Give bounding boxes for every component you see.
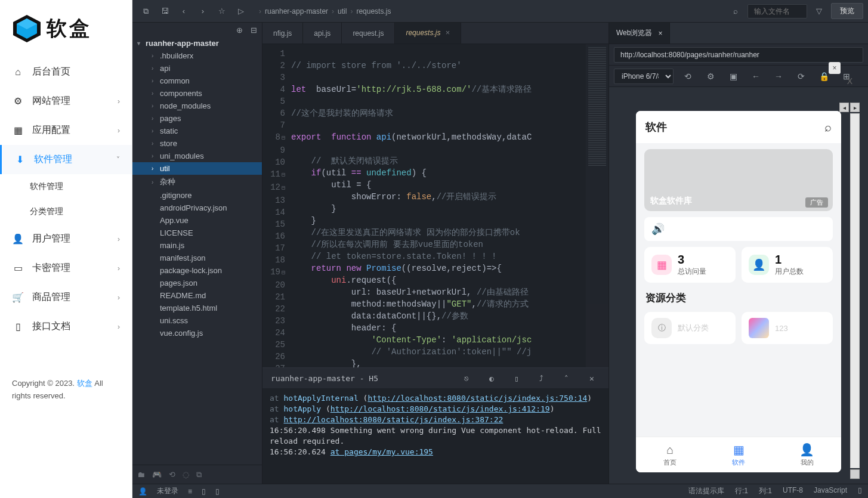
stat-visits[interactable]: ▦ 3 总访问量 xyxy=(644,247,736,283)
login-status[interactable]: 未登录 xyxy=(157,486,178,496)
ext-close-button[interactable]: × xyxy=(829,62,841,74)
tree-file[interactable]: manifest.json xyxy=(132,252,262,264)
nav-item[interactable]: ▯接口文档› xyxy=(0,312,132,341)
search-icon[interactable]: ⌕ xyxy=(824,120,832,134)
stat-users[interactable]: 👤 1 用户总数 xyxy=(742,247,833,283)
tree-file[interactable]: pages.json xyxy=(132,277,262,289)
save-icon[interactable]: 🖫 xyxy=(156,3,173,20)
star-icon[interactable]: ☆ xyxy=(214,3,230,20)
screenshot-icon[interactable]: ▣ xyxy=(725,68,742,85)
nav-subitem[interactable]: 分类管理 xyxy=(29,199,132,224)
nav-home[interactable]: ⌂ 首页 xyxy=(636,437,705,472)
nav-item[interactable]: ▦应用配置› xyxy=(0,116,132,145)
console-locate-icon[interactable]: ⎋ xyxy=(458,370,475,386)
nav-item[interactable]: ⚙网站管理› xyxy=(0,86,132,116)
close-icon[interactable]: × xyxy=(658,29,662,38)
tree-file[interactable]: uni.scss xyxy=(132,314,262,327)
scroll-right-icon[interactable]: ▸ xyxy=(850,103,860,112)
code-content[interactable]: // import store from '../../store' let b… xyxy=(291,44,586,367)
tree-folder[interactable]: ›components xyxy=(132,87,262,100)
tree-file[interactable]: template.h5.html xyxy=(132,302,262,314)
console-up-icon[interactable]: ˄ xyxy=(558,370,575,386)
tree-folder[interactable]: ›uni_modules xyxy=(132,150,262,162)
console-output[interactable]: at hotApplyInternal (http://localhost:80… xyxy=(262,388,608,484)
tree-root[interactable]: ▾ruanher-app-master xyxy=(132,37,262,50)
tree-folder[interactable]: ›util xyxy=(132,162,262,175)
breadcrumb-item[interactable]: requests.js xyxy=(356,7,391,16)
console-close-icon[interactable]: ✕ xyxy=(583,370,600,386)
language-mode[interactable]: JavaScript xyxy=(814,486,847,496)
preview-tab[interactable]: Web浏览器 × xyxy=(609,23,670,44)
tree-folder[interactable]: ›node_modules xyxy=(132,100,262,112)
tree-folder[interactable]: ›static xyxy=(132,125,262,137)
notification-icon[interactable]: ▯ xyxy=(858,486,862,496)
controller-icon[interactable]: 🎮 xyxy=(152,470,162,479)
tree-file[interactable]: App.vue xyxy=(132,214,262,227)
editor-tab[interactable]: nfig.js xyxy=(262,23,303,44)
banner[interactable]: 软盒软件库 广告 xyxy=(644,149,833,211)
nav-software[interactable]: ▦ 软件 xyxy=(705,437,773,472)
code-editor[interactable]: 12345678⊟91011⊟12⊟13141516171819⊟2021222… xyxy=(262,44,608,367)
tree-folder[interactable]: ›store xyxy=(132,137,262,150)
copyright-link[interactable]: 软盒 xyxy=(77,379,92,388)
refresh-icon[interactable]: ⟳ xyxy=(793,68,810,85)
tree-add-icon[interactable]: ⊕ xyxy=(234,25,244,35)
back-icon[interactable]: ← xyxy=(747,68,764,85)
close-icon[interactable]: × xyxy=(445,28,450,37)
scroll-down-icon[interactable] xyxy=(850,469,860,479)
breadcrumb-item[interactable]: util xyxy=(338,7,347,16)
preview-url-input[interactable] xyxy=(614,47,863,63)
nav-item[interactable]: ▭卡密管理› xyxy=(0,253,132,283)
nav-item[interactable]: 👤用户管理› xyxy=(0,224,132,253)
category-default[interactable]: ⓘ 默认分类 xyxy=(644,312,736,344)
tree-file[interactable]: main.js xyxy=(132,239,262,252)
terminal2-icon[interactable]: ▯ xyxy=(215,487,220,496)
link-icon[interactable]: ⧉ xyxy=(196,470,202,480)
rotate-icon[interactable]: ⟲ xyxy=(679,68,696,85)
folder-icon[interactable]: 🖿 xyxy=(137,470,145,479)
run-icon[interactable]: ▷ xyxy=(233,3,249,20)
filter-icon[interactable]: ▽ xyxy=(811,3,827,20)
preview-button[interactable]: 预览 xyxy=(831,3,863,19)
minimap[interactable] xyxy=(586,44,608,367)
console-clear-icon[interactable]: ▯ xyxy=(508,370,525,386)
tree-file[interactable]: README.md xyxy=(132,289,262,302)
syntax-hint[interactable]: 语法提示库 xyxy=(688,486,724,496)
terminal-icon[interactable]: ▯ xyxy=(202,487,206,496)
editor-tab[interactable]: api.js xyxy=(303,23,342,44)
tree-file[interactable]: .gitignore xyxy=(132,189,262,202)
back-icon[interactable]: ‹ xyxy=(175,3,192,20)
category-123[interactable]: 123 xyxy=(742,312,833,344)
settings-icon[interactable]: ⚙ xyxy=(702,68,719,85)
console-export-icon[interactable]: ⤴ xyxy=(533,370,550,386)
tree-collapse-icon[interactable]: ⊟ xyxy=(249,25,258,35)
encoding[interactable]: UTF-8 xyxy=(783,486,803,496)
scroll-left-icon[interactable]: ◂ xyxy=(839,103,849,112)
editor-tab[interactable]: requests.js× xyxy=(395,23,461,44)
breadcrumb-item[interactable]: ruanher-app-master xyxy=(265,7,328,16)
list-icon[interactable]: ≡ xyxy=(188,487,192,496)
tree-folder[interactable]: ›.hbuilderx xyxy=(132,50,262,62)
tree-file[interactable]: package-lock.json xyxy=(132,264,262,277)
editor-tab[interactable]: request.js xyxy=(342,23,395,44)
search-file-icon[interactable]: ⌕ xyxy=(727,3,744,20)
nav-subitem[interactable]: 软件管理 xyxy=(29,174,132,199)
filter-input[interactable] xyxy=(747,4,807,18)
vertical-scrollbar[interactable] xyxy=(850,113,860,468)
tree-file[interactable]: vue.config.js xyxy=(132,327,262,339)
nav-item[interactable]: ⬇软件管理˅ xyxy=(0,145,132,174)
tree-folder[interactable]: ›pages xyxy=(132,112,262,125)
device-select[interactable]: iPhone 6/7/8 xyxy=(614,69,674,84)
tree-folder[interactable]: ›杂种 xyxy=(132,175,262,189)
new-window-icon[interactable]: ⧉ xyxy=(137,3,154,20)
tree-file[interactable]: LICENSE xyxy=(132,227,262,239)
nav-item[interactable]: 🛒商品管理› xyxy=(0,283,132,312)
tree-file[interactable]: androidPrivacy.json xyxy=(132,202,262,214)
announcement-card[interactable]: 🔊 xyxy=(644,217,833,241)
console-stop-icon[interactable]: ◐ xyxy=(483,370,500,386)
circle-icon[interactable]: ◌ xyxy=(183,470,189,479)
forward-icon[interactable]: → xyxy=(770,68,787,85)
user-icon[interactable]: 👤 xyxy=(138,487,147,496)
nav-item[interactable]: ⌂后台首页 xyxy=(0,57,132,86)
sync-icon[interactable]: ⟲ xyxy=(169,470,175,479)
